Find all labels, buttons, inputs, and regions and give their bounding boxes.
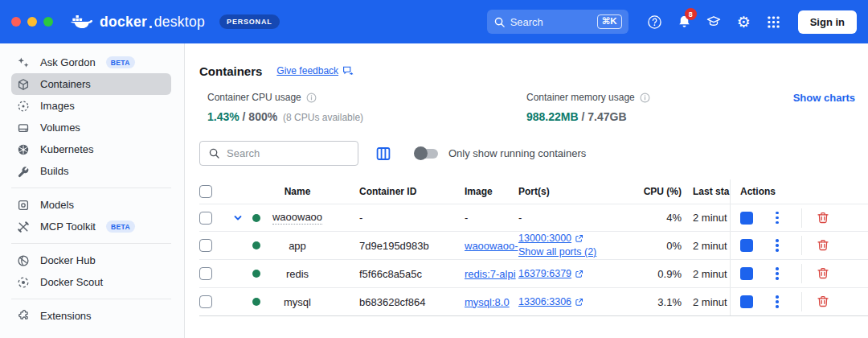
row-select-checkbox[interactable] (199, 295, 212, 308)
container-search[interactable] (199, 141, 358, 166)
stop-container-button[interactable] (740, 267, 753, 280)
show-charts-link[interactable]: Show charts (793, 92, 855, 104)
stop-container-button[interactable] (740, 239, 753, 252)
sidebar-item-docker-scout[interactable]: Docker Scout (11, 271, 171, 293)
sidebar-item-images[interactable]: Images (11, 95, 171, 117)
delete-container-button[interactable] (816, 211, 830, 225)
give-feedback-link[interactable]: Give feedback (276, 65, 338, 76)
close-window-button[interactable] (11, 17, 21, 27)
cell-cpu: 0.9% (635, 268, 683, 280)
minimize-window-button[interactable] (27, 17, 37, 27)
collapse-chevron-icon[interactable] (232, 212, 244, 224)
sidebar-item-volumes[interactable]: Volumes (11, 117, 171, 138)
image-link[interactable]: mysql:8.0 (465, 296, 510, 308)
column-header-name[interactable]: Name (265, 186, 330, 197)
stop-container-button[interactable] (740, 295, 753, 308)
cell-ports: - (518, 212, 635, 224)
more-actions-button[interactable] (774, 266, 780, 282)
column-header-container-id[interactable]: Container ID (330, 186, 465, 197)
actions-divider (801, 208, 802, 228)
port-link[interactable]: 13306:3306 (518, 295, 571, 309)
delete-container-button[interactable] (816, 295, 830, 309)
column-header-ports[interactable]: Port(s) (518, 186, 635, 197)
show-all-ports-link[interactable]: Show all ports (2) (518, 245, 596, 259)
sidebar-item-label: Extensions (40, 310, 92, 322)
sidebar-item-kubernetes[interactable]: Kubernetes (11, 138, 171, 160)
settings-button[interactable]: ⚙ (729, 7, 759, 36)
sidebar-item-models[interactable]: Models (11, 194, 171, 216)
cell-image: waoowaoo- (465, 240, 518, 252)
running-only-toggle[interactable] (416, 149, 438, 159)
sidebar-item-containers[interactable]: Containers (11, 73, 171, 95)
volume-drive-icon (16, 121, 30, 134)
scout-target-icon (16, 275, 30, 289)
column-header-image[interactable]: Image (465, 186, 518, 197)
cpu-usage-value: 1.43% (207, 110, 240, 123)
search-icon (493, 16, 506, 28)
sidebar-item-ask-gordon[interactable]: Ask GordonBETA (11, 52, 171, 73)
sidebar-separator (11, 299, 171, 299)
learning-center-button[interactable] (699, 7, 729, 36)
cell-image: redis:7-alpi (465, 268, 518, 280)
sidebar-item-label: MCP Toolkit (40, 221, 96, 233)
delete-container-button[interactable] (816, 266, 830, 281)
sidebar-item-docker-hub[interactable]: Docker Hub (11, 249, 171, 271)
help-button[interactable] (640, 7, 669, 36)
memory-usage-stat: Container memory usage 988.22MB / 7.47GB (526, 92, 650, 123)
container-name: redis (286, 268, 309, 280)
cell-expander (228, 212, 248, 224)
sidebar-item-label: Volumes (40, 122, 80, 134)
sidebar-item-label: Containers (40, 78, 91, 90)
cell-actions (730, 288, 868, 315)
model-chip-icon (16, 198, 30, 212)
external-link-icon[interactable] (575, 270, 583, 278)
sidebar-item-mcp-toolkit[interactable]: MCP ToolkitBETA (11, 216, 171, 237)
container-name[interactable]: waoowaoo (272, 211, 322, 225)
cell-last-started: 2 minut (683, 240, 730, 252)
cell-status (248, 241, 265, 249)
sidebar-item-label: Models (40, 199, 74, 211)
external-link-icon[interactable] (575, 234, 583, 243)
table-row-redis: redisf5f66c8a5a5credis:7-alpi16379:63790… (199, 260, 868, 288)
notifications-button[interactable]: 8 (669, 7, 699, 36)
cell-image: mysql:8.0 (465, 296, 518, 308)
image-link[interactable]: waoowaoo- (465, 240, 518, 252)
cell-select (199, 267, 228, 280)
column-header-cpu[interactable]: CPU (%) (635, 186, 683, 197)
search-icon (208, 147, 220, 159)
more-actions-button[interactable] (774, 294, 780, 310)
port-link[interactable]: 13000:3000 (518, 232, 571, 245)
gear-icon: ⚙ (737, 14, 751, 30)
row-select-checkbox[interactable] (199, 239, 212, 252)
delete-container-button[interactable] (816, 238, 830, 253)
sidebar-item-extensions[interactable]: Extensions (11, 305, 171, 327)
status-dot-running (252, 214, 260, 222)
cell-ports: 13306:3306 (518, 295, 635, 309)
select-all-checkbox[interactable] (199, 185, 212, 198)
docker-hub-globe-icon (16, 254, 30, 267)
sidebar-item-builds[interactable]: Builds (11, 160, 171, 182)
notification-count-badge: 8 (685, 8, 697, 20)
global-search[interactable]: ⌘K (487, 10, 628, 34)
info-icon[interactable] (306, 93, 317, 103)
info-icon[interactable] (640, 93, 650, 103)
maximize-window-button[interactable] (43, 17, 53, 27)
sign-in-button[interactable]: Sign in (798, 10, 857, 34)
apps-menu-button[interactable] (759, 7, 788, 36)
stop-container-button[interactable] (740, 212, 753, 225)
row-select-checkbox[interactable] (199, 267, 212, 280)
port-link[interactable]: 16379:6379 (518, 267, 571, 281)
kubernetes-wheel-icon (16, 142, 30, 156)
cell-name: redis (265, 268, 330, 280)
column-header-last-started[interactable]: Last sta (683, 186, 730, 197)
row-select-checkbox[interactable] (199, 212, 212, 225)
container-search-input[interactable] (227, 147, 350, 159)
image-link[interactable]: redis:7-alpi (465, 268, 516, 280)
global-search-input[interactable] (510, 16, 592, 28)
cell-container-id: f5f66c8a5a5c (330, 268, 465, 280)
more-actions-button[interactable] (774, 237, 780, 254)
columns-settings-button[interactable] (375, 146, 391, 162)
more-actions-button[interactable] (774, 210, 780, 226)
external-link-icon[interactable] (575, 298, 583, 307)
cell-select (199, 212, 228, 225)
